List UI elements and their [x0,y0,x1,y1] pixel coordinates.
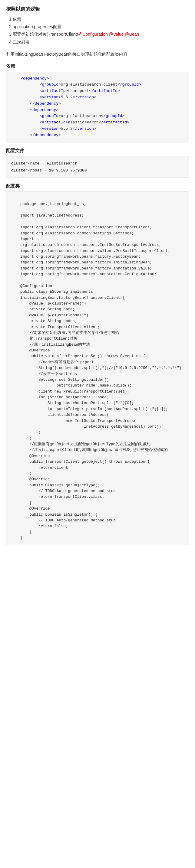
step-3: 3 配置类初始化对象(TransportClient)@Configuratio… [9,31,189,38]
prop-line-1: cluster-name = elasticsearch [11,160,184,167]
config-class-heading: 配置类 [6,183,189,189]
steps-list: 1 依赖 2 application.properties配置 3 配置类初始化… [9,16,189,46]
dependency-heading: 依赖 [6,63,189,69]
prop-line-2: cluster-nodes = 10.9.100.26:9300 [11,167,184,174]
description-text: 利用InitializingBean FactoryBean的接口实现初始化的配… [6,51,189,58]
step-4: 4 二次封装 [9,38,189,46]
main-heading: 按照以前的逻辑 [6,6,189,12]
config-class-code: package com.jt.springboot_es; import jav… [6,191,189,545]
step-2: 2 application.properties配置 [9,23,189,31]
step-1: 1 依赖 [9,16,189,23]
dependency-code: <dependency> <groupId>org.elasticsearch.… [6,72,189,143]
page-container: 按照以前的逻辑 1 依赖 2 application.properties配置 … [0,0,195,562]
config-properties: cluster-name = elasticsearch cluster-nod… [6,156,189,178]
config-file-heading: 配置文件 [6,148,189,154]
